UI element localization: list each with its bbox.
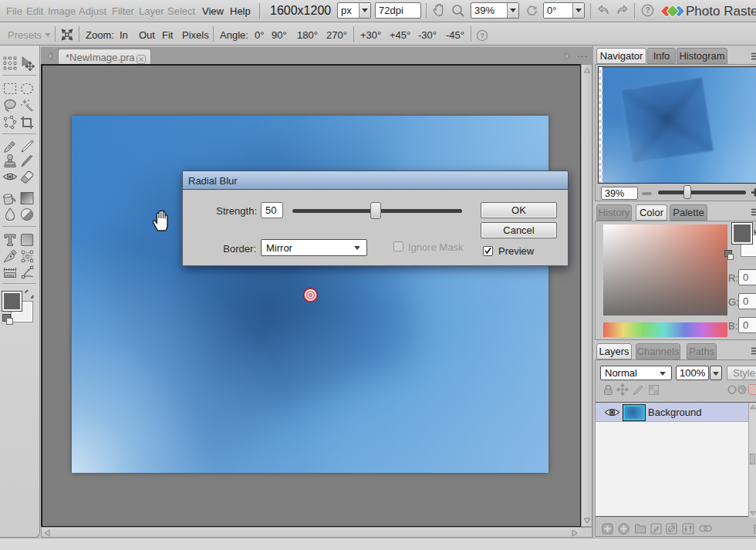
svg-text:?: ? bbox=[480, 31, 484, 39]
svg-text:?: ? bbox=[645, 6, 650, 15]
